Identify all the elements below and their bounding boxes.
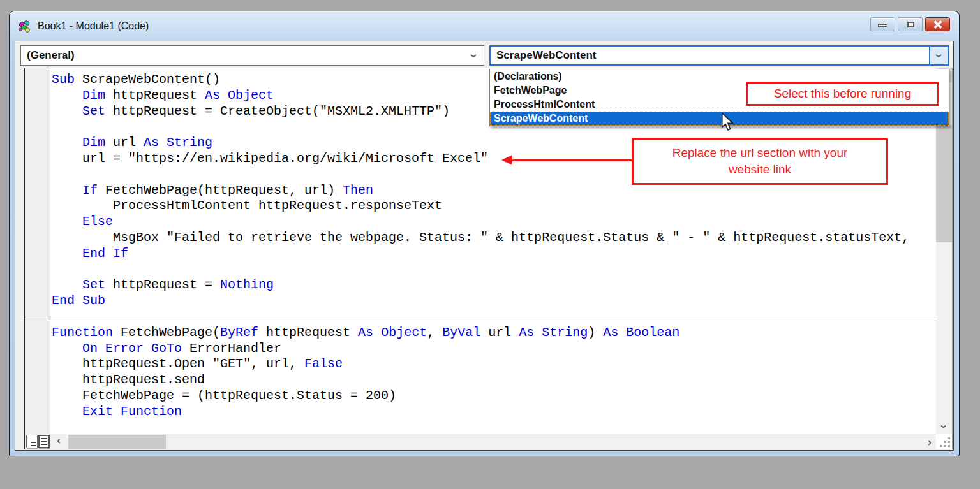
procedure-combobox[interactable]: ScrapeWebContent › — [489, 45, 949, 66]
minimize-icon — [878, 24, 887, 27]
scroll-left-button[interactable]: › — [57, 434, 61, 449]
code-line: On Error GoTo ErrorHandler — [52, 341, 936, 357]
minimize-button[interactable] — [870, 17, 895, 31]
close-button[interactable] — [925, 17, 950, 31]
full-module-view-icon — [41, 438, 47, 445]
code-line: Exit Function — [52, 404, 936, 420]
code-line: FetchWebPage = (httpRequest.Status = 200… — [52, 388, 936, 404]
mouse-cursor-icon — [719, 112, 736, 131]
annotation-select-note: Select this before running — [746, 82, 939, 106]
restore-button[interactable] — [898, 17, 923, 31]
close-icon — [926, 18, 949, 31]
vertical-scrollbar-thumb[interactable] — [936, 125, 952, 242]
chevron-down-icon[interactable]: › — [464, 48, 484, 63]
vba-code-window: Book1 - Module1 (Code) (General) › Scrap… — [9, 11, 960, 456]
code-line: If FetchWebPage(httpRequest, url) Then — [52, 183, 936, 199]
code-line: End Sub — [52, 293, 936, 309]
window-title: Book1 - Module1 (Code) — [38, 20, 149, 32]
procedure-view-button[interactable] — [26, 435, 38, 448]
scroll-down-button[interactable]: › — [936, 420, 952, 434]
code-line: httpRequest.send — [52, 372, 936, 388]
window-controls — [870, 17, 950, 31]
resize-grip-icon[interactable] — [938, 435, 951, 448]
procedure-combobox-value: ScrapeWebContent — [491, 49, 929, 62]
code-line: Else — [52, 214, 936, 230]
code-line — [52, 262, 936, 278]
code-line: httpRequest.Open "GET", url, False — [52, 356, 936, 372]
code-line — [52, 309, 936, 325]
code-line: Function FetchWebPage(ByRef httpRequest … — [52, 325, 936, 341]
title-bar[interactable]: Book1 - Module1 (Code) — [10, 11, 959, 41]
margin-indicator-bar — [25, 68, 50, 434]
code-line: End If — [52, 246, 936, 262]
object-combobox-value: (General) — [21, 49, 464, 62]
horizontal-scrollbar[interactable]: › › — [25, 434, 936, 449]
chevron-down-icon[interactable]: › — [929, 47, 948, 64]
code-line: MsgBox "Failed to retrieve the webpage. … — [52, 230, 936, 246]
object-combobox[interactable]: (General) › — [20, 45, 484, 66]
code-text[interactable]: Sub ScrapeWebContent() Dim httpRequest A… — [52, 72, 936, 434]
annotation-arrow-line — [512, 159, 632, 161]
code-window-content: (General) › ScrapeWebContent › Sub Scrap… — [15, 41, 954, 451]
code-line: Set httpRequest = Nothing — [52, 277, 936, 293]
vba-module-icon — [17, 18, 33, 34]
annotation-arrow-head — [501, 155, 512, 165]
scroll-right-button[interactable]: › — [928, 434, 932, 449]
procedure-view-icon — [31, 442, 36, 446]
full-module-view-button[interactable] — [38, 435, 50, 448]
code-line: ProcessHtmlContent httpRequest.responseT… — [52, 198, 936, 214]
horizontal-scrollbar-thumb[interactable] — [68, 435, 166, 449]
annotation-replace-note: Replace the url section with your websit… — [632, 138, 888, 185]
restore-icon — [907, 22, 914, 27]
